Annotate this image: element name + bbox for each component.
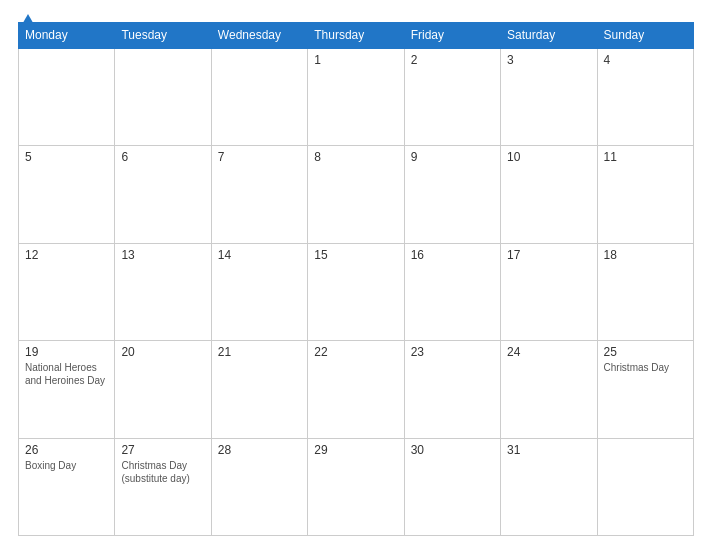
day-number: 3 <box>507 53 590 67</box>
calendar-cell: 22 <box>308 341 404 439</box>
calendar-cell <box>211 48 307 146</box>
day-number: 7 <box>218 150 301 164</box>
calendar-week-row: 12131415161718 <box>19 243 694 341</box>
calendar-cell: 1 <box>308 48 404 146</box>
calendar-cell: 18 <box>597 243 693 341</box>
day-number: 20 <box>121 345 204 359</box>
calendar-week-row: 26Boxing Day27Christmas Day (substitute … <box>19 438 694 536</box>
calendar-week-row: 1234 <box>19 48 694 146</box>
column-header-wednesday: Wednesday <box>211 23 307 49</box>
calendar-table: MondayTuesdayWednesdayThursdayFridaySatu… <box>18 22 694 536</box>
calendar-cell: 7 <box>211 146 307 244</box>
day-number: 27 <box>121 443 204 457</box>
logo <box>18 14 36 28</box>
calendar-header-row: MondayTuesdayWednesdayThursdayFridaySatu… <box>19 23 694 49</box>
column-header-saturday: Saturday <box>501 23 597 49</box>
calendar-cell: 6 <box>115 146 211 244</box>
day-number: 9 <box>411 150 494 164</box>
calendar-cell: 28 <box>211 438 307 536</box>
column-header-thursday: Thursday <box>308 23 404 49</box>
day-number: 11 <box>604 150 687 164</box>
day-number: 15 <box>314 248 397 262</box>
day-number: 19 <box>25 345 108 359</box>
calendar-cell <box>19 48 115 146</box>
day-number: 24 <box>507 345 590 359</box>
calendar-cell: 23 <box>404 341 500 439</box>
day-number: 6 <box>121 150 204 164</box>
column-header-friday: Friday <box>404 23 500 49</box>
day-number: 1 <box>314 53 397 67</box>
column-header-tuesday: Tuesday <box>115 23 211 49</box>
day-number: 29 <box>314 443 397 457</box>
calendar-cell: 12 <box>19 243 115 341</box>
day-number: 26 <box>25 443 108 457</box>
logo-triangle-icon <box>20 14 36 28</box>
day-number: 8 <box>314 150 397 164</box>
day-number: 5 <box>25 150 108 164</box>
calendar-cell: 11 <box>597 146 693 244</box>
day-number: 16 <box>411 248 494 262</box>
day-number: 21 <box>218 345 301 359</box>
day-number: 12 <box>25 248 108 262</box>
day-number: 18 <box>604 248 687 262</box>
calendar-cell: 29 <box>308 438 404 536</box>
calendar-cell: 2 <box>404 48 500 146</box>
day-number: 28 <box>218 443 301 457</box>
calendar-cell: 3 <box>501 48 597 146</box>
day-number: 22 <box>314 345 397 359</box>
calendar-cell: 5 <box>19 146 115 244</box>
calendar-cell: 31 <box>501 438 597 536</box>
day-number: 4 <box>604 53 687 67</box>
calendar-cell: 15 <box>308 243 404 341</box>
day-number: 2 <box>411 53 494 67</box>
calendar-cell: 13 <box>115 243 211 341</box>
calendar-cell: 25Christmas Day <box>597 341 693 439</box>
day-number: 14 <box>218 248 301 262</box>
day-number: 25 <box>604 345 687 359</box>
calendar-cell: 4 <box>597 48 693 146</box>
calendar-cell: 21 <box>211 341 307 439</box>
holiday-label: Christmas Day (substitute day) <box>121 460 189 484</box>
calendar-cell: 14 <box>211 243 307 341</box>
day-number: 10 <box>507 150 590 164</box>
calendar-cell: 16 <box>404 243 500 341</box>
calendar-cell: 20 <box>115 341 211 439</box>
calendar-cell: 24 <box>501 341 597 439</box>
calendar-cell: 17 <box>501 243 597 341</box>
calendar-cell: 9 <box>404 146 500 244</box>
calendar-cell: 8 <box>308 146 404 244</box>
calendar-cell <box>115 48 211 146</box>
day-number: 17 <box>507 248 590 262</box>
calendar-week-row: 567891011 <box>19 146 694 244</box>
day-number: 31 <box>507 443 590 457</box>
calendar-cell <box>597 438 693 536</box>
calendar-cell: 10 <box>501 146 597 244</box>
day-number: 30 <box>411 443 494 457</box>
calendar-cell: 27Christmas Day (substitute day) <box>115 438 211 536</box>
day-number: 13 <box>121 248 204 262</box>
calendar-week-row: 19National Heroes and Heroines Day202122… <box>19 341 694 439</box>
holiday-label: Christmas Day <box>604 362 670 373</box>
calendar-cell: 26Boxing Day <box>19 438 115 536</box>
holiday-label: Boxing Day <box>25 460 76 471</box>
calendar-page: MondayTuesdayWednesdayThursdayFridaySatu… <box>0 0 712 550</box>
column-header-sunday: Sunday <box>597 23 693 49</box>
calendar-cell: 19National Heroes and Heroines Day <box>19 341 115 439</box>
holiday-label: National Heroes and Heroines Day <box>25 362 105 386</box>
day-number: 23 <box>411 345 494 359</box>
calendar-cell: 30 <box>404 438 500 536</box>
